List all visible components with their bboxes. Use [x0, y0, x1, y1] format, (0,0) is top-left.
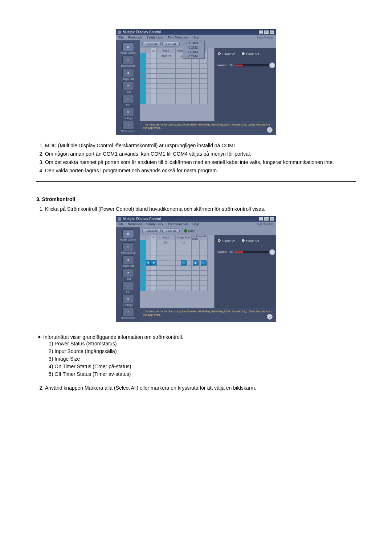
maximize-button[interactable]: □ — [264, 217, 269, 221]
table-row[interactable] — [140, 63, 214, 69]
power-on-radio[interactable]: Power On — [217, 52, 236, 56]
volume-slider[interactable] — [235, 251, 273, 253]
legend-item: 1) Power Status (Strömstatus) — [49, 340, 356, 348]
volume-label: Volume — [217, 250, 227, 254]
menu-file[interactable]: File — [118, 222, 124, 226]
sidebar-item-input-source[interactable]: ▭ Input Source — [118, 56, 138, 67]
port-option-com1[interactable]: COM1 — [183, 41, 204, 45]
power-on-radio[interactable]: Power On — [217, 239, 236, 242]
sidebar-label: Input Source — [118, 251, 138, 254]
busy-indicator: Busy — [184, 229, 195, 233]
menu-help[interactable]: Help — [192, 222, 199, 226]
close-button[interactable]: × — [269, 30, 274, 34]
menu-remocon[interactable]: Remocon — [128, 36, 142, 39]
sidebar-item-image-size[interactable]: ▣ Image Size — [118, 69, 138, 80]
table-row[interactable]: PC 4:3 ○ ○ — [140, 240, 214, 245]
table-row[interactable] — [140, 99, 214, 104]
row-checkbox[interactable] — [140, 53, 146, 58]
row-checkbox[interactable] — [140, 240, 146, 245]
menu-help[interactable]: Help — [192, 36, 199, 39]
sidebar-item-maintenance[interactable]: ✦ Maintenance — [118, 121, 138, 132]
cell-input: MagicNet — [157, 53, 176, 58]
sidebar-label: PIP — [118, 104, 138, 106]
table-row[interactable] — [140, 276, 214, 281]
titlebar: Multiple Display Control _ □ × — [116, 216, 276, 222]
table-row[interactable] — [140, 74, 214, 79]
menu-safety-lock[interactable]: Safety Lock — [146, 36, 163, 39]
table-row[interactable]: 1 2 3 4 5 — [140, 260, 214, 266]
power-control-icon: ⏻ — [122, 229, 134, 238]
table-row[interactable] — [140, 245, 214, 250]
volume-label: Volume — [217, 63, 227, 67]
volume-knob[interactable] — [269, 62, 275, 69]
legend-item: 4) On Timer Status (Timer på-status) — [49, 363, 356, 370]
list-item: MDC (Multiple Display Control -flerskärm… — [45, 142, 356, 149]
status-text: This Program is for Samsung SyncMaster 4… — [143, 123, 270, 130]
sidebar-item-pip[interactable]: ◱ PIP — [118, 95, 138, 106]
select-all-button[interactable]: Select All — [142, 42, 161, 46]
sidebar: ⏻ Power Control ▭ Input Source ▣ Image S… — [116, 227, 140, 321]
status-help-icon[interactable]: ? — [266, 313, 273, 320]
sidebar-item-maintenance[interactable]: ✦ Maintenance — [118, 308, 138, 319]
table-row[interactable] — [140, 58, 214, 63]
power-on-label: Power On — [222, 52, 236, 56]
table-row[interactable] — [140, 266, 214, 271]
sidebar-item-settings[interactable]: ⚙ Settings — [118, 295, 138, 306]
table-row[interactable] — [140, 250, 214, 255]
main-area: Select All Clear All Busy ID Input — [140, 40, 276, 135]
menu-file[interactable]: File — [118, 36, 124, 39]
sidebar-item-pip[interactable]: ◱ PIP — [118, 282, 138, 293]
clear-all-button[interactable]: Clear All — [162, 42, 180, 46]
table-row[interactable] — [140, 281, 214, 286]
menu-remocon[interactable]: Remocon — [128, 222, 142, 226]
table-row[interactable] — [140, 89, 214, 94]
port-option-com2[interactable]: COM2 — [183, 45, 204, 50]
table-row[interactable] — [140, 271, 214, 276]
sidebar-item-settings[interactable]: ⚙ Settings — [118, 108, 138, 119]
table-row[interactable] — [140, 69, 214, 74]
sidebar-label: Maintenance — [118, 317, 138, 319]
port-option-com4[interactable]: COM4 — [183, 54, 204, 58]
power-on-label: Power On — [222, 239, 236, 242]
col-input: Input — [157, 48, 176, 53]
sidebar-item-image-size[interactable]: ▣ Image Size — [118, 255, 138, 267]
minimize-button[interactable]: _ — [258, 217, 264, 221]
table-row[interactable] — [140, 286, 214, 291]
window-title: Multiple Display Control — [123, 30, 161, 34]
menu-port-selection[interactable]: Port Selection — [168, 222, 188, 226]
status-help-icon[interactable]: ? — [266, 127, 273, 133]
table-row[interactable] — [140, 84, 214, 89]
port-option-com3[interactable]: COM3 — [183, 50, 204, 54]
sidebar-label: Maintenance — [118, 130, 138, 132]
minimize-button[interactable]: _ — [258, 30, 264, 34]
app-icon — [118, 217, 121, 221]
legend-item: 3) Image Size — [49, 355, 356, 363]
sidebar-item-time[interactable]: ◔ Time — [118, 268, 138, 280]
brand-text: SyncMaster — [256, 36, 274, 39]
power-off-radio[interactable]: Power Off — [241, 52, 259, 56]
table-row[interactable] — [140, 94, 214, 99]
maximize-button[interactable]: □ — [264, 30, 269, 34]
table-row[interactable] — [140, 79, 214, 84]
sidebar-item-power-control[interactable]: ⏻ Power Control — [118, 42, 138, 54]
maintenance-icon: ✦ — [122, 121, 134, 130]
callout-badge-2: 2 — [151, 260, 156, 266]
select-all-button[interactable]: Select All — [142, 229, 161, 233]
pip-icon: ◱ — [122, 95, 134, 103]
menu-port-selection[interactable]: Port Selection — [168, 36, 188, 39]
input-source-icon: ▭ — [122, 242, 134, 251]
arrow-right-icon — [38, 336, 41, 338]
volume-knob[interactable] — [269, 249, 275, 255]
sidebar-item-input-source[interactable]: ▭ Input Source — [118, 242, 138, 254]
clear-all-button[interactable]: Clear All — [162, 229, 180, 233]
list-item: Den valda porten lagras i programmet och… — [45, 167, 356, 174]
page: Multiple Display Control _ □ × File Remo… — [0, 0, 392, 415]
power-off-radio[interactable]: Power Off — [241, 239, 259, 242]
sidebar-item-time[interactable]: ◔ Time — [118, 82, 138, 93]
list-item: Använd knappen Markera alla (Select All)… — [45, 385, 356, 391]
volume-slider[interactable] — [235, 64, 273, 66]
menu-safety-lock[interactable]: Safety Lock — [146, 222, 163, 226]
sidebar-item-power-control[interactable]: ⏻ Power Control — [118, 229, 138, 241]
close-button[interactable]: × — [269, 217, 274, 221]
sidebar-label: Power Control — [118, 52, 138, 54]
